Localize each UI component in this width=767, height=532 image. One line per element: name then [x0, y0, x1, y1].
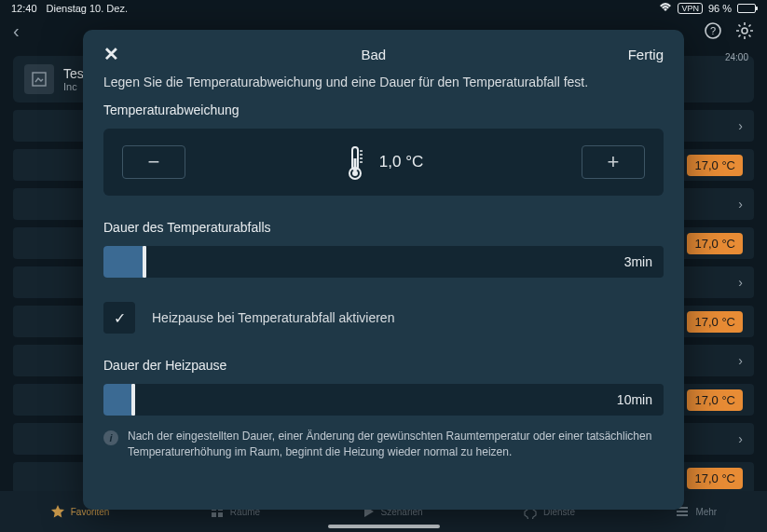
- back-icon[interactable]: ‹: [13, 20, 20, 42]
- svg-text:?: ?: [710, 25, 716, 36]
- instruction-text: Legen Sie die Temperaturabweichung und e…: [103, 75, 664, 89]
- section-pause-duration-label: Dauer der Heizpause: [103, 358, 664, 373]
- info-icon: i: [103, 430, 118, 445]
- section-drop-duration-label: Dauer des Temperaturabfalls: [103, 220, 664, 235]
- chevron-right-icon: ›: [738, 118, 743, 133]
- drop-duration-value: 3min: [624, 254, 652, 269]
- time-label: 24:00: [725, 52, 748, 62]
- vpn-badge: VPN: [678, 3, 703, 14]
- status-date: Dienstag 10. Dez.: [47, 3, 128, 14]
- chevron-right-icon: ›: [738, 197, 743, 211]
- battery-icon: [737, 4, 756, 13]
- svg-rect-6: [212, 512, 216, 517]
- section-deviation-label: Temperaturabweichung: [103, 102, 664, 117]
- battery-percent: 96 %: [708, 3, 732, 14]
- temp-badge: 17,0 °C: [687, 389, 743, 411]
- settings-modal: ✕ Bad Fertig Legen Sie die Temperaturabw…: [83, 30, 684, 510]
- checkbox-label: Heizpause bei Temperaturabfall aktiviere…: [152, 310, 394, 325]
- tab-label: Mehr: [695, 507, 717, 517]
- status-bar: 12:40 Dienstag 10. Dez. VPN 96 %: [0, 0, 767, 17]
- slider-fill: [103, 246, 143, 278]
- thermometer-icon: [344, 143, 368, 181]
- deviation-value: 1,0 °C: [379, 153, 423, 171]
- svg-point-2: [742, 28, 747, 34]
- drop-duration-slider[interactable]: 3min: [103, 246, 664, 278]
- gear-icon[interactable]: [735, 21, 754, 40]
- temp-badge: 17,0 °C: [687, 155, 743, 176]
- card-sub: Inc: [63, 81, 84, 92]
- help-icon[interactable]: ?: [704, 21, 722, 40]
- temp-badge: 17,0 °C: [687, 311, 743, 333]
- slider-thumb[interactable]: [143, 246, 146, 278]
- temp-badge: 17,0 °C: [687, 233, 743, 254]
- modal-title: Bad: [361, 47, 386, 62]
- svg-rect-9: [677, 511, 688, 512]
- status-time: 12:40: [11, 3, 37, 14]
- check-icon: ✓: [114, 309, 126, 327]
- heating-pause-checkbox[interactable]: ✓: [103, 302, 135, 334]
- deviation-stepper: − 1,0 °C +: [103, 129, 664, 196]
- info-text: Nach der eingestellten Dauer, einer Ände…: [128, 429, 664, 460]
- star-icon: [50, 504, 65, 519]
- slider-fill: [103, 384, 131, 416]
- svg-rect-10: [677, 514, 688, 516]
- chevron-right-icon: ›: [738, 431, 743, 446]
- pause-duration-slider[interactable]: 10min: [103, 384, 664, 416]
- increase-button[interactable]: +: [582, 145, 645, 179]
- done-button[interactable]: Fertig: [628, 47, 664, 62]
- svg-rect-7: [218, 512, 223, 517]
- decrease-button[interactable]: −: [122, 145, 185, 179]
- wifi-icon: [659, 3, 672, 14]
- pause-duration-value: 10min: [617, 392, 652, 407]
- chevron-right-icon: ›: [738, 275, 743, 290]
- home-indicator[interactable]: [328, 525, 440, 528]
- profile-icon: [24, 64, 54, 94]
- slider-thumb[interactable]: [131, 384, 135, 416]
- close-icon[interactable]: ✕: [103, 43, 119, 65]
- card-title: Tes: [63, 66, 84, 81]
- temp-badge: 17,0 °C: [687, 468, 743, 489]
- chevron-right-icon: ›: [738, 353, 743, 368]
